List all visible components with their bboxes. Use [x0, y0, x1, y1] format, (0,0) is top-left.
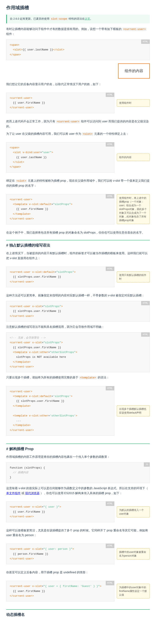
- shorthand-section: 在上述情况下，当被提供的内容只有默认插槽时，组件的标签才可以被当作插槽的模板来使…: [6, 251, 150, 438]
- intro-p2: 我们想让它的后备内容显示用户的名，以取代正常情况下用户的姓，如下：: [6, 82, 150, 87]
- code-section-3: HTML <span> <slot v-bind:user="user"> {{…: [6, 139, 150, 176]
- page-title: 作用域插槽: [6, 4, 150, 11]
- code-block-5: <current-user> <template v-slot:default=…: [6, 194, 114, 224]
- code-block-dest3: <current-user v-slot="{ user: person }">…: [6, 544, 114, 564]
- annotation-3: 组件的内容: [117, 154, 150, 161]
- code-block-dest2: <current-user v-slot="{ user }"> {{ user…: [6, 502, 114, 522]
- code-block-dest2-wrapper: HTML <current-user v-slot="{ user }"> {{…: [6, 502, 114, 522]
- section-shorthand-title: # 独占默认插槽的缩写语法: [6, 240, 150, 248]
- code-block-sh2-wrapper: HTML <current-user v-slot="slotProps"> {…: [6, 301, 150, 322]
- annotation-dest3: 插槽中的user对象被重命名为person对象: [117, 548, 150, 560]
- intro-p4: 为了让 user 在父级的插槽内容可用，我们可以将 user 作为 <slot>…: [6, 132, 150, 136]
- code-section-5: HTML <current-user> <template v-slot:def…: [6, 191, 150, 227]
- annotation-2: 使用组件时: [117, 99, 150, 107]
- code-section-2: HTML <current-user> {{ user.firstName }}…: [6, 90, 150, 116]
- slot-tag-inline: <slot>: [16, 179, 27, 183]
- alert-link[interactable]: 这里: [85, 17, 90, 20]
- code-block-dest1-wrapper: JS function (slotProps) { // 插槽内容 }: [6, 462, 150, 483]
- annotation-sh1: 使用只有默认插槽的组件时: [117, 271, 150, 282]
- code-label-2: HTML: [106, 92, 115, 97]
- current-user-tag-1: <current-user>: [122, 28, 147, 31]
- shorthand-p1: 在上述情况下，当被提供的内容只有默认插槽时，组件的标签才可以被当作插槽的模板来使…: [6, 251, 150, 261]
- annotation-dest2: 为默认的插槽传入一个user对象: [117, 506, 150, 518]
- alert-text: 自 2.6.0 起有更新。已废弃的使用 slot-scope 特性的语法在这里。: [10, 17, 93, 20]
- code-label-5: HTML: [106, 194, 115, 198]
- code-block-dest4-wrapper: HTML <current-user v-slot="{ user = { fi…: [6, 581, 114, 602]
- destructuring-section: 作用域插槽的内部工作原理是将你的插槽内容包裹在一个传入单个参数的函数里： JS …: [6, 454, 150, 604]
- code-block-sh2: <current-user v-slot="slotProps"> {{ slo…: [6, 301, 150, 322]
- code-section-dest2: HTML <current-user v-slot="{ user }"> {{…: [6, 498, 150, 525]
- code-block-3-wrapper: HTML <span> <slot v-bind:user="user"> {{…: [6, 142, 114, 172]
- annotation-sh4: 出现多个插槽默认插槽也应该使用default声明: [117, 405, 150, 416]
- section-destructuring-title: # 解构插槽 Prop: [6, 444, 150, 452]
- code-label-dest1: JS: [144, 462, 150, 467]
- code-block-dest1: function (slotProps) { // 插槽内容 }: [6, 462, 150, 483]
- alert-box: 自 2.6.0 起有更新。已废弃的使用 slot-scope 特性的语法在这里。: [6, 15, 150, 23]
- code-block-sh1-wrapper: HTML <current-user v-slot:default="slotP…: [6, 266, 114, 287]
- dest-p4: 你甚至可以定义后备内容，用于插槽 prop 是 undefined 的情形：: [6, 570, 150, 575]
- code-label-dest3: HTML: [106, 544, 115, 548]
- single-file-link[interactable]: 单文件组件: [6, 492, 21, 495]
- code-label-sh1: HTML: [106, 266, 115, 271]
- intro-p6: 在这个例子中，我们选择将包含所有插槽 prop 的对象命名为 slotProps…: [6, 230, 150, 235]
- dest-p3: 这样可以使模板更简洁，尤其是在该插槽提供了多个 prop 的时候。它同样开了 p…: [6, 528, 150, 538]
- code-block-5-wrapper: HTML <current-user> <template v-slot:def…: [6, 194, 114, 224]
- code-section-dest3: HTML <current-user v-slot="{ user: perso…: [6, 541, 150, 567]
- section-dynamic-title: 动态插槽名: [6, 609, 150, 618]
- code-block-2: <current-user> {{ user.firstName }} </cu…: [6, 92, 114, 113]
- code-block-sh4: <current-user> <template v-slot:default=…: [6, 386, 114, 436]
- modern-browser-link[interactable]: 现代浏览器: [25, 492, 40, 495]
- slot-tag: <slot>: [82, 132, 93, 136]
- intro-p3: 然而上述代码不会正常工作，因为只有 <current-user> 组件可以访问到…: [6, 119, 150, 129]
- code-label-1: HTML: [141, 40, 150, 44]
- code-label-3: HTML: [106, 142, 115, 147]
- code-section-sh4: HTML <current-user> <template v-slot:def…: [6, 383, 150, 439]
- component-content-box: 组件的内容: [118, 64, 150, 78]
- code-block-1-wrapper: HTML <span> <slot>{{ user.lastName }}</s…: [6, 40, 150, 60]
- annotation-5: 使用组件时，将上述中的插槽prop（一个对象：user）组合成为一个slotPr…: [117, 194, 150, 224]
- code-block-sh1: <current-user v-slot:default="slotProps"…: [6, 266, 114, 287]
- code-label-dest2: HTML: [106, 502, 115, 506]
- intro-p1: 有时让插槽内容能够访问子组件中才有的数据是很有用的。例如，设想一个带有如下模板的…: [6, 27, 150, 36]
- intro-section: 有时让插槽内容能够访问子组件中才有的数据是很有用的。例如，设想一个带有如下模板的…: [6, 27, 150, 235]
- code-block-dest3-wrapper: HTML <current-user v-slot="{ user: perso…: [6, 544, 114, 564]
- code-block-3: <span> <slot v-bind:user="user"> {{ user…: [6, 142, 114, 172]
- shorthand-p3: 注意默认插槽的缩写语法不能和具名插槽混用，因为它会导致作用域不明确：: [6, 324, 150, 330]
- template-tag: <template>: [79, 376, 97, 380]
- code-label-sh4: HTML: [106, 386, 115, 390]
- current-user-tag-2: <current-user>: [56, 120, 80, 124]
- code-label-sh2: HTML: [141, 301, 150, 306]
- shorthand-p4: 只要出现多个插槽，请始终为所有的插槽使用完整的基于 <template> 的语法…: [6, 375, 150, 380]
- code-block-1: <span> <slot>{{ user.lastName }}</slot> …: [6, 40, 150, 60]
- code-label-dest4: HTML: [106, 581, 115, 585]
- dest-p2: 这意味着 v-slot 的值实际上可以是任何能够作为函数定义中的参数的 Java…: [6, 486, 150, 496]
- code-section-sh1: HTML <current-user v-slot:default="slotP…: [6, 264, 150, 290]
- dest-p1: 作用域插槽的内部工作原理是将你的插槽内容包裹在一个传入单个参数的函数里：: [6, 454, 150, 460]
- code-block-sh3-wrapper: HTML <!-- 无效，会导致警告 --> <current-user v-s…: [6, 332, 150, 372]
- code-section-dest4: HTML <current-user v-slot="{ user = { fi…: [6, 578, 150, 604]
- component-content-display: 组件的内容: [6, 64, 150, 78]
- code-block-dest4: <current-user v-slot="{ user = { firstNa…: [6, 581, 114, 602]
- slot-scope-code: slot-scope: [50, 17, 68, 21]
- code-block-sh4-wrapper: HTML <current-user> <template v-slot:def…: [6, 386, 114, 436]
- code-label-sh3: HTML: [141, 332, 150, 337]
- intro-p5: 绑定在 <slot> 元素上的特性被称为插槽 prop，现在在父级作用域中，我们…: [6, 178, 150, 188]
- shorthand-p2: 这种方法还可以更简单。就像假定未指明的内容对应默认插槽一样，不带参数的 v-sl…: [6, 293, 150, 298]
- code-block-2-wrapper: HTML <current-user> {{ user.firstName }}…: [6, 92, 114, 113]
- code-block-sh3: <!-- 无效，会导致警告 --> <current-user v-slot="…: [6, 332, 150, 372]
- annotation-dest4: 为插槽中的user对象中的firstName属性设定一个默认值: [117, 584, 150, 598]
